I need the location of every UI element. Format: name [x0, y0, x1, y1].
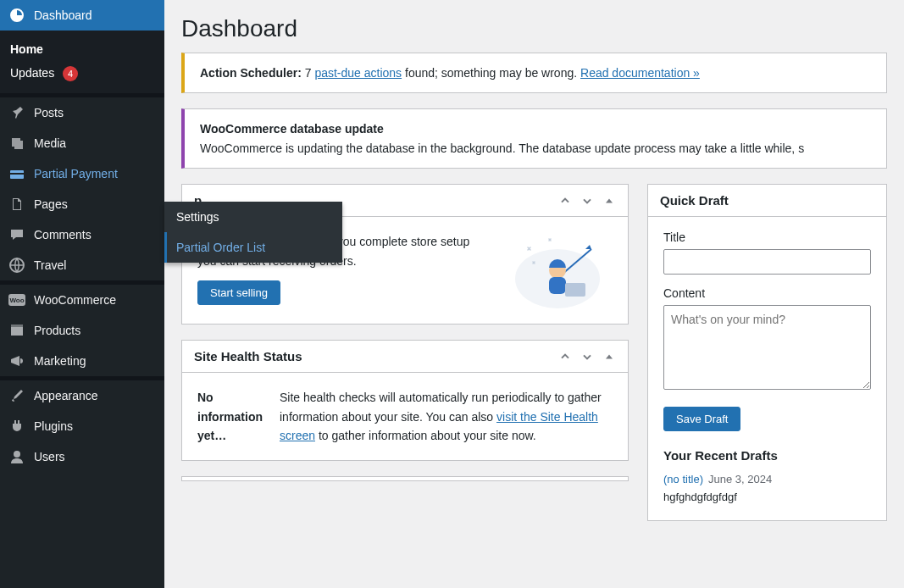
sidebar-label: Media	[34, 136, 66, 150]
recent-drafts-title: Your Recent Drafts	[663, 448, 871, 463]
sidebar-sub-updates[interactable]: Updates 4	[0, 61, 164, 86]
panel-title: Site Health Status	[194, 349, 302, 363]
svg-rect-11	[549, 277, 566, 294]
setup-illustration	[502, 232, 613, 308]
user-icon	[8, 448, 25, 465]
site-health-panel: Site Health Status No information yet… S…	[181, 340, 629, 461]
quick-draft-panel: Quick Draft Title Content Save Draft You…	[647, 184, 887, 521]
panel-up-icon[interactable]	[558, 194, 572, 208]
pin-icon	[8, 104, 25, 121]
svg-rect-1	[10, 173, 24, 175]
sidebar-label: Updates	[10, 66, 54, 80]
content-label: Content	[663, 286, 871, 300]
sidebar-label: Travel	[34, 258, 66, 272]
globe-icon	[8, 257, 25, 274]
collapsed-panel	[181, 476, 629, 481]
media-icon	[8, 135, 25, 152]
notice-count: 7	[305, 66, 312, 80]
notice-body: WooCommerce is updating the database in …	[200, 139, 871, 158]
svg-rect-6	[11, 325, 23, 327]
draft-date: June 3, 2024	[708, 473, 772, 485]
payment-icon	[8, 165, 25, 182]
comments-icon	[8, 226, 25, 243]
admin-sidebar: Dashboard Home Updates 4 Posts Media Par…	[0, 0, 164, 588]
sidebar-item-plugins[interactable]: Plugins	[0, 411, 164, 441]
dashboard-icon	[8, 7, 25, 24]
panel-down-icon[interactable]	[580, 194, 594, 208]
sidebar-item-travel[interactable]: Travel	[0, 250, 164, 280]
svg-point-7	[14, 451, 20, 458]
sidebar-label: Plugins	[34, 419, 73, 433]
sidebar-label: WooCommerce	[34, 293, 116, 307]
woocommerce-update-notice: WooCommerce database update WooCommerce …	[181, 108, 887, 169]
sidebar-item-comments[interactable]: Comments	[0, 219, 164, 250]
sidebar-item-marketing[interactable]: Marketing	[0, 346, 164, 376]
svg-rect-12	[565, 283, 585, 297]
sidebar-label: Comments	[34, 228, 92, 241]
sidebar-item-partial-payment[interactable]: Partial Payment	[0, 158, 164, 189]
health-text-post: to gather information about your site no…	[315, 429, 536, 442]
sidebar-label: Dashboard	[34, 8, 92, 22]
panel-down-icon[interactable]	[580, 350, 594, 363]
draft-link[interactable]: (no title)	[663, 473, 703, 485]
sidebar-label: Products	[34, 324, 80, 337]
sidebar-label: Marketing	[34, 354, 86, 368]
read-documentation-link[interactable]: Read documentation »	[580, 66, 700, 80]
start-selling-button[interactable]: Start selling	[197, 280, 280, 305]
svg-rect-5	[11, 327, 23, 336]
sidebar-label: Pages	[34, 197, 68, 211]
page-title: Dashboard	[181, 0, 887, 53]
sidebar-label: Partial Payment	[34, 167, 118, 180]
sidebar-sub-home[interactable]: Home	[0, 37, 164, 61]
updates-count-badge: 4	[63, 66, 78, 81]
sidebar-item-products[interactable]: Products	[0, 315, 164, 346]
flyout-settings[interactable]: Settings	[164, 202, 342, 232]
draft-excerpt: hgfghdgfdgfdgf	[663, 489, 871, 507]
sidebar-label: Users	[34, 450, 65, 463]
pages-icon	[8, 196, 25, 213]
sidebar-item-woocommerce[interactable]: Woo WooCommerce	[0, 285, 164, 315]
notice-text: found; something may be wrong.	[405, 66, 577, 80]
svg-text:Woo: Woo	[9, 297, 24, 304]
brush-icon	[8, 387, 25, 404]
flyout-partial-order-list[interactable]: Partial Order List	[164, 232, 342, 263]
sidebar-item-pages[interactable]: Pages	[0, 189, 164, 219]
title-label: Title	[663, 230, 871, 244]
panel-toggle-icon[interactable]	[602, 194, 616, 208]
partial-payment-flyout: Settings Partial Order List	[164, 202, 342, 263]
sidebar-item-appearance[interactable]: Appearance	[0, 380, 164, 411]
save-draft-button[interactable]: Save Draft	[663, 407, 740, 431]
draft-content-textarea[interactable]	[663, 305, 871, 390]
plugin-icon	[8, 418, 25, 435]
megaphone-icon	[8, 352, 25, 369]
sidebar-item-users[interactable]: Users	[0, 441, 164, 472]
panel-up-icon[interactable]	[558, 350, 572, 363]
woocommerce-icon: Woo	[8, 291, 25, 308]
health-status-label: No information yet…	[197, 388, 263, 445]
sidebar-label: Appearance	[34, 389, 98, 402]
draft-title-input[interactable]	[663, 249, 871, 275]
sidebar-label: Posts	[34, 106, 64, 119]
sidebar-item-media[interactable]: Media	[0, 128, 164, 158]
panel-toggle-icon[interactable]	[602, 350, 616, 363]
panel-title: Quick Draft	[660, 193, 729, 208]
sidebar-item-posts[interactable]: Posts	[0, 97, 164, 128]
sidebar-dashboard-submenu: Home Updates 4	[0, 31, 164, 93]
notice-title: WooCommerce database update	[200, 119, 871, 138]
main-content: Dashboard Action Scheduler: 7 past-due a…	[164, 0, 904, 588]
action-scheduler-notice: Action Scheduler: 7 past-due actions fou…	[181, 53, 887, 93]
notice-label: Action Scheduler:	[200, 66, 302, 80]
sidebar-item-dashboard[interactable]: Dashboard	[0, 0, 164, 31]
products-icon	[8, 322, 25, 339]
past-due-link[interactable]: past-due actions	[314, 66, 402, 80]
